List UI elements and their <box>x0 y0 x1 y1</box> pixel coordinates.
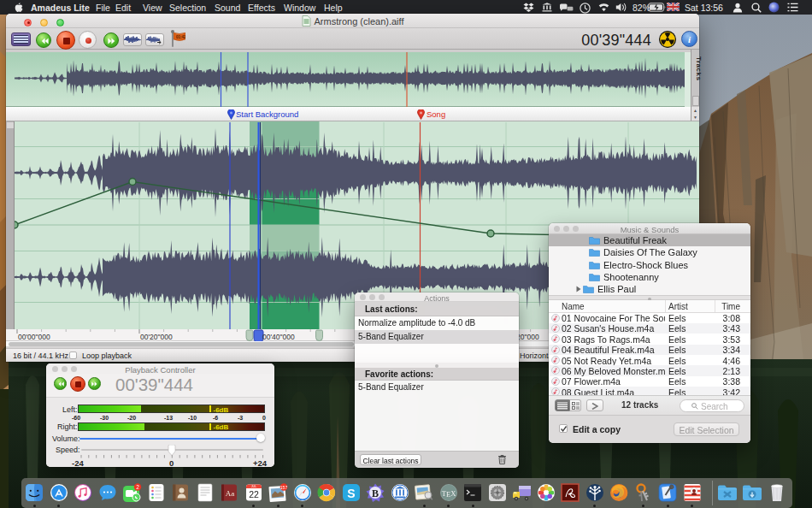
svg-text:S: S <box>347 487 355 500</box>
svg-text:Aa: Aa <box>226 489 235 498</box>
svg-text:22: 22 <box>249 489 259 499</box>
svg-text:157: 157 <box>280 485 288 490</box>
svg-text:JUL: JUL <box>250 485 256 488</box>
svg-text:01:42: 01:42 <box>176 35 185 39</box>
svg-text:2: 2 <box>136 484 139 490</box>
svg-text:B: B <box>372 487 379 499</box>
svg-text:TEX: TEX <box>441 489 456 499</box>
